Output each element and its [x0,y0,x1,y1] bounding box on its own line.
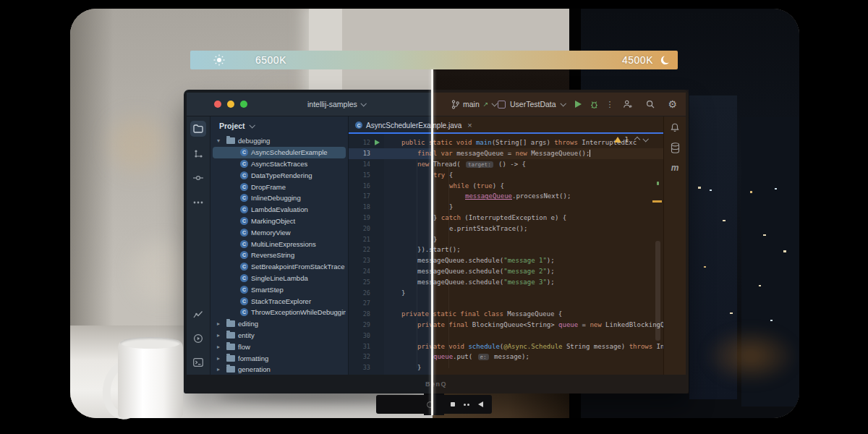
code-line-25[interactable]: 25messageQueue.schedule("message 3"); [349,276,663,287]
project-tree-item-AsyncStackTraces[interactable]: CAsyncStackTraces [213,158,346,170]
title-bar-actions: ⚙ [623,93,677,116]
maximize-window-button[interactable] [240,101,247,108]
code-line-33[interactable]: 33} [349,362,663,373]
project-tool-button[interactable] [190,121,206,137]
code-line-32[interactable]: 32queue.put( e: message); [349,352,663,362]
control-dots-icon[interactable] [464,404,469,406]
tree-chevron-icon[interactable]: ▾ [217,137,224,144]
tree-chevron-icon[interactable]: ▸ [217,332,224,339]
minimize-window-button[interactable] [227,101,234,108]
project-tree-item-MarkingObject[interactable]: CMarkingObject [213,216,346,227]
code-line-24[interactable]: 24messageQueue.schedule("message 2"); [349,266,663,277]
previous-warning-icon[interactable] [634,137,640,142]
tree-item-label: DropFrame [251,183,286,191]
code-line-23[interactable]: 23messageQueue.schedule("message 1"); [349,255,663,266]
project-tree-item-ThrowExceptionWhileDebugging[interactable]: CThrowExceptionWhileDebugging [213,307,346,318]
code-text: messageQueue.schedule("message 2"); [384,268,663,275]
inspections-widget[interactable]: 1 [614,136,647,143]
tree-item-label: SingleLineLambda [251,274,308,282]
code-line-31[interactable]: 31private void schedule(@Async.Schedule … [349,341,663,352]
tab-label: AsyncSchedulerExample.java [366,122,461,129]
tree-chevron-icon[interactable]: ▸ [217,344,224,350]
project-tree-item-SmartStep[interactable]: CSmartStep [213,284,346,295]
services-run-icon[interactable] [190,331,206,346]
project-selector[interactable]: intellij-samples [307,93,365,116]
project-tree-item-SetBreakpointFromStackTrace[interactable]: CSetBreakpointFromStackTrace [213,261,346,273]
code-line-17[interactable]: 17messageQueue.processNext(); [349,191,663,202]
notifications-bell-icon[interactable] [670,122,680,133]
code-line-30[interactable]: 30 [349,330,663,341]
maven-tool-icon[interactable]: m [671,163,679,173]
project-tree-item-formatting[interactable]: ▸formatting [213,352,346,364]
tree-chevron-icon[interactable]: ▸ [217,355,224,362]
code-line-13[interactable]: 13final var messageQueue = new MessageQu… [349,148,663,159]
terminal-tool-icon[interactable] [190,354,206,370]
project-tree-item-DataTypeRendering[interactable]: CDataTypeRendering [213,169,346,181]
project-panel-header[interactable]: Project [210,116,348,135]
tree-chevron-icon[interactable]: ▸ [217,320,224,327]
run-configuration[interactable]: UserTestData ⋮ [498,93,614,116]
project-tree-item-editing[interactable]: ▸editing [213,318,346,330]
project-tree-item-AsyncSchedulerExample[interactable]: CAsyncSchedulerExample [213,147,346,158]
close-tab-icon[interactable]: × [467,121,472,129]
code-editor[interactable]: 12public static void main(String[] args)… [349,134,663,375]
code-line-16[interactable]: 16while (true) { [349,180,663,191]
window-light [723,220,726,221]
commit-tool-icon[interactable] [190,170,206,186]
code-line-28[interactable]: 28private static final class MessageQueu… [349,309,663,320]
code-line-15[interactable]: 15try { [349,169,663,180]
line-number: 14 [349,161,370,168]
structure-tool-icon[interactable] [190,145,206,161]
editor-tab-asyncschedulerexample[interactable]: C AsyncSchedulerExample.java × [349,116,479,134]
code-line-19[interactable]: 19} catch (InterruptedException e) { [349,213,663,224]
code-line-18[interactable]: 18} [349,202,663,213]
tree-item-label: debugging [238,137,270,145]
speaker-icon[interactable] [478,401,483,407]
line-number: 24 [349,268,370,275]
project-tree-item-InlineDebugging[interactable]: CInlineDebugging [213,192,346,204]
project-tree-item-ReverseString[interactable]: CReverseString [213,250,346,261]
debug-button[interactable] [590,100,599,109]
close-window-button[interactable] [214,101,221,108]
mug-body [118,340,183,418]
project-tree-item-debugging[interactable]: ▾debugging [213,135,346,147]
code-line-21[interactable]: 21} [349,234,663,244]
more-actions-icon[interactable]: ⋮ [606,100,614,109]
project-tree-item-DropFrame[interactable]: CDropFrame [213,181,346,192]
run-gutter-icon[interactable] [370,140,384,145]
settings-gear-icon[interactable]: ⚙ [668,99,677,109]
line-number: 33 [349,364,370,371]
project-tree-item-MultiLineExpressions[interactable]: CMultiLineExpressions [213,238,346,250]
code-line-22[interactable]: 22}).start(); [349,244,663,255]
line-number: 26 [349,289,370,297]
collaborate-icon[interactable] [623,99,633,109]
branch-selector[interactable]: main ↗ [451,93,496,116]
line-number: 28 [349,310,370,318]
endpoints-chart-icon[interactable] [190,307,206,323]
database-tool-icon[interactable] [671,142,680,153]
chevron-down-icon [560,101,566,106]
run-button[interactable] [575,101,582,108]
code-line-20[interactable]: 20e.printStackTrace(); [349,223,663,234]
tree-item-label: entity [238,331,255,339]
project-tree-item-SingleLineLambda[interactable]: CSingleLineLambda [213,273,346,284]
project-tree-item-generation[interactable]: ▸generation [213,364,346,375]
code-line-29[interactable]: 29private final BlockingQueue<String> qu… [349,320,663,331]
search-icon[interactable] [645,99,655,109]
tree-chevron-icon[interactable]: ▸ [217,366,224,373]
project-tree-item-StackTraceExplorer[interactable]: CStackTraceExplorer [213,295,346,307]
control-square-icon[interactable] [451,402,455,407]
project-tree-item-MemoryView[interactable]: CMemoryView [213,226,346,238]
code-text: e.printStackTrace(); [384,225,663,232]
code-line-14[interactable]: 14new Thread( target: () -> { [349,159,663,170]
code-line-26[interactable]: 26} [349,287,663,298]
tree-item-label: SetBreakpointFromStackTrace [251,263,345,271]
editor-scrollbar[interactable] [655,241,660,341]
code-line-27[interactable]: 27 [349,298,663,309]
warning-stripe-mark[interactable] [652,200,662,203]
project-tree-item-flow[interactable]: ▸flow [213,341,346,352]
more-tools-icon[interactable] [190,195,206,210]
project-tree-item-LambdaEvaluation[interactable]: CLambdaEvaluation [213,204,346,216]
project-tree-item-entity[interactable]: ▸entity [213,330,346,341]
project-selector-label: intellij-samples [307,100,357,109]
